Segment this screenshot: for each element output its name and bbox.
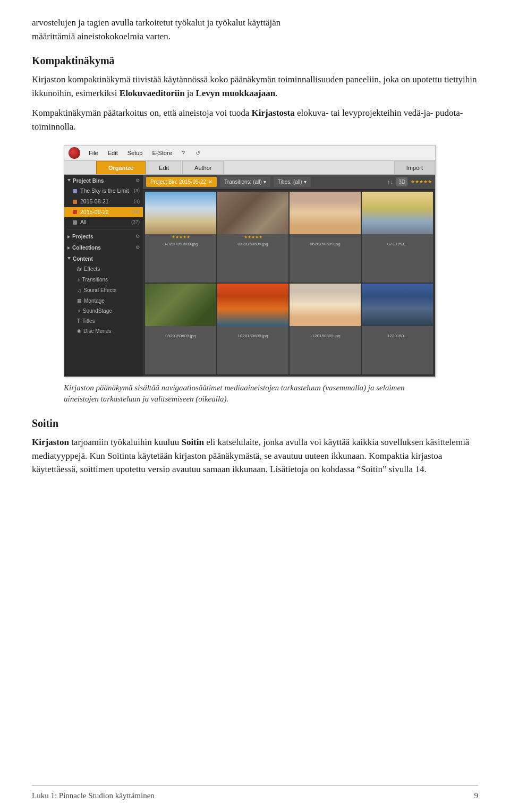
thumb-label-2: 0620150609.jpg <box>310 241 340 248</box>
tab-edit[interactable]: Edit <box>147 161 181 174</box>
thumb-item-7[interactable]: ★★★★★ 1220150... <box>362 284 433 374</box>
sidebar-sep-count: (34) <box>131 209 140 216</box>
thumb-item-5[interactable]: ★★★★★ 1020150609.jpg <box>217 284 288 374</box>
sidebar-sub-discmenus[interactable]: ◉ Disc Menus <box>64 326 143 336</box>
filter-titles-arrow: ▾ <box>304 178 307 186</box>
thumb-stars-3: ★★★★★ <box>388 234 407 241</box>
sidebar-sep-label: 2015-09-22 <box>80 208 109 217</box>
tab-author[interactable]: Author <box>182 161 224 174</box>
screenshot-caption: Kirjaston päänäkymä sisältää navigaatios… <box>64 382 425 405</box>
sidebar-collections-settings-icon: ⚙ <box>135 244 140 252</box>
sidebar-sub-transitions[interactable]: ♪ Transitions <box>64 274 143 285</box>
filter-titles[interactable]: Titles: (all) ▾ <box>274 177 311 187</box>
thumb-item-3[interactable]: ★★★★★ 0720150... <box>362 192 433 283</box>
thumb-img-3 <box>362 192 433 234</box>
discmenus-icon: ◉ <box>77 328 81 335</box>
tab-organize[interactable]: Organize <box>96 161 146 174</box>
sidebar-sub-soundstage[interactable]: ♬ SoundStage <box>64 306 143 316</box>
thumb-label-5: 1020150609.jpg <box>237 332 268 340</box>
sidebar-sub-titles[interactable]: T Titles <box>64 316 143 326</box>
filter-titles-label: Titles: (all) <box>278 178 302 186</box>
filter-close-icon[interactable]: ✕ <box>208 178 212 186</box>
montage-label: Montage <box>84 297 105 305</box>
discmenus-label: Disc Menus <box>83 327 111 335</box>
menu-estore[interactable]: E-Store <box>149 148 175 159</box>
soitin-rest: tarjoamiin työkaluihin kuuluu <box>69 437 182 447</box>
sidebar-item-all[interactable]: All (37) <box>64 217 143 228</box>
effects-label: Effects <box>84 265 100 273</box>
app-menubar: File Edit Setup E-Store ? ↺ <box>64 146 435 161</box>
triangle-open-icon <box>67 179 71 183</box>
montage-icon: ▦ <box>77 297 82 305</box>
sort-arrows[interactable]: ↑↓ <box>387 177 393 187</box>
menu-file[interactable]: File <box>86 148 101 159</box>
sidebar-all-label: All <box>80 218 87 227</box>
triangle-closed-icon <box>67 235 70 238</box>
tab-bar: Organize Edit Author Import <box>64 161 435 175</box>
thumb-stars-4: ★★★★★ <box>172 326 190 332</box>
app-sidebar: Project Bins ⚙ The Sky is the Limit (3) … <box>64 175 143 377</box>
color-dot-aug <box>73 200 77 204</box>
soitin-heading: Soitin <box>32 415 478 431</box>
kompakt-elokuvaeditori: Elokuvaeditoriin <box>120 88 185 98</box>
sidebar-content-header[interactable]: Content <box>64 253 143 264</box>
sidebar-item-sky[interactable]: The Sky is the Limit (3) <box>64 186 143 196</box>
sidebar-projects-header[interactable]: Projects ⚙ <box>64 230 143 242</box>
page-footer: Luku 1: Pinnacle Studion käyttäminen 9 <box>32 785 478 802</box>
menu-help[interactable]: ? <box>178 148 188 159</box>
soitin-kirjaston-bold: Kirjaston <box>32 437 69 447</box>
menu-edit[interactable]: Edit <box>105 148 121 159</box>
sidebar-project-bins-header[interactable]: Project Bins ⚙ <box>64 175 143 186</box>
intro-paragraph: arvostelujen ja tagien avulla tarkoitetu… <box>32 16 478 43</box>
page-content: arvostelujen ja tagien avulla tarkoitetu… <box>32 16 478 515</box>
soundeffects-label: Sound Effects <box>83 286 116 294</box>
filter-tag-bin[interactable]: Project Bin: 2015-09-22 ✕ <box>146 177 217 187</box>
sidebar-aug-count: (4) <box>134 198 140 206</box>
sidebar-item-2015-09[interactable]: 2015-09-22 (34) <box>64 207 143 218</box>
triangle-content-icon <box>67 257 71 261</box>
sidebar-collections-header[interactable]: Collections ⚙ <box>64 242 143 253</box>
kompakt-para2-start: Kompaktinäkymän päätarkoitus on, että ai… <box>32 108 252 118</box>
titles-label: Titles <box>82 317 95 325</box>
filter-transitions[interactable]: Transitions: (all) ▾ <box>220 177 270 187</box>
kompakt-kirjastosta: Kirjastosta <box>252 108 295 118</box>
thumb-img-2 <box>290 192 361 234</box>
thumb-label-6: 1120150609.jpg <box>310 332 340 340</box>
titles-icon: T <box>77 317 80 325</box>
filter-tag-label: Project Bin: 2015-09-22 <box>150 178 206 186</box>
transitions-label: Transitions <box>82 276 108 284</box>
menu-setup[interactable]: Setup <box>124 148 146 159</box>
sidebar-sub-montage[interactable]: ▦ Montage <box>64 296 143 306</box>
soundstage-icon: ♬ <box>77 307 81 315</box>
color-dot-sky <box>73 189 77 193</box>
kompakt-levyn: Levyn muokkaajaan <box>196 88 275 98</box>
thumb-img-0 <box>145 192 216 234</box>
filter-bar: Project Bin: 2015-09-22 ✕ Transitions: (… <box>143 175 435 190</box>
thumb-stars-0: ★★★★★ <box>172 234 190 241</box>
thumb-item-6[interactable]: ★★★★★ 1120150609.jpg <box>290 284 361 374</box>
thumb-stars-2: ★★★★★ <box>316 234 335 241</box>
sidebar-item-2015-08[interactable]: 2015-08-21 (4) <box>64 196 143 207</box>
sidebar-divider1 <box>67 229 140 229</box>
sidebar-sky-label: The Sky is the Limit <box>80 187 129 195</box>
color-dot-sep <box>73 210 77 214</box>
footer-right: 9 <box>474 790 479 802</box>
thumb-stars-5: ★★★★★ <box>244 326 262 332</box>
thumb-item-1[interactable]: ★★★★★ 0120150609.jpg <box>217 192 288 283</box>
soitin-bold: Soitin <box>181 437 204 447</box>
thumb-item-4[interactable]: ★★★★★ 0920150609.jpg <box>145 284 216 374</box>
bottom-spacer <box>32 483 478 515</box>
thumb-item-2[interactable]: ★★★★★ 0620150609.jpg <box>290 192 361 283</box>
thumb-img-5 <box>217 284 288 326</box>
tab-import[interactable]: Import <box>394 161 435 174</box>
kompakt-para1: Kirjaston kompaktinäkymä tiivistää käytä… <box>32 73 478 100</box>
soitin-para: Kirjaston tarjoamiin työkaluihin kuuluu … <box>32 435 478 476</box>
thumb-item-0[interactable]: ★★★★★ 3-3220150609.jpg <box>145 192 216 283</box>
content-label: Content <box>73 255 93 263</box>
star-rating-filter[interactable]: ★★★★★ <box>411 178 432 186</box>
color-dot-all <box>73 220 77 225</box>
3d-badge: 3D <box>396 177 407 186</box>
sidebar-sub-soundeffects[interactable]: ♫ Sound Effects <box>64 285 143 296</box>
sidebar-sub-effects[interactable]: fx Effects <box>64 264 143 274</box>
sidebar-sky-count: (3) <box>134 187 140 195</box>
